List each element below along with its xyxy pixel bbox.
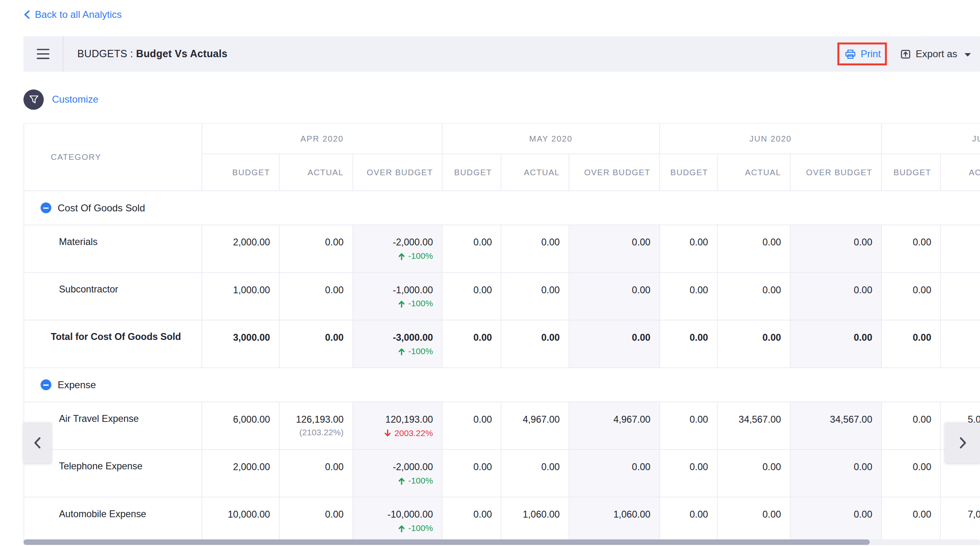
cell-value: 0.00 [664,236,708,248]
value-cell: 0.00 [659,497,717,544]
cell-value: 0.00 [446,284,492,296]
value-cell: 0.00 [882,449,940,497]
cell-value: 0.00 [664,284,708,296]
value-cell: 0.00 [279,273,353,320]
back-link-label: Back to all Analytics [35,9,122,20]
report-title-prefix: BUDGETS : [77,48,133,59]
value-cell: 0.00 [790,225,882,272]
cell-value: 7,000.00 [945,508,980,520]
cell-value: 0.00 [573,236,650,248]
value-cell: 0.00 [940,273,980,320]
cell-value: 0.00 [283,236,344,248]
cell-value: 0.00 [721,331,781,343]
printer-icon [845,49,856,60]
collapse-icon[interactable] [41,202,51,213]
cell-value: 34,567.00 [721,413,781,425]
cell-delta: -100% [357,523,433,533]
cell-delta: -100% [357,251,433,261]
column-header-actual: ACTUAL [940,154,980,191]
cell-value: 0.00 [945,331,980,343]
cell-delta-value: -100% [408,251,433,261]
value-cell: 0.00 [717,497,790,544]
value-cell: 3,000.00 [202,320,279,368]
cell-value: -1,000.00 [357,284,433,296]
value-cell: 7,000.00 [940,497,980,544]
value-cell: 120,193.002003.22% [353,402,442,449]
cell-value: 2,000.00 [206,461,270,473]
value-cell: 0.00 [501,449,569,497]
value-cell: 0.00 [569,449,660,497]
value-cell: 0.00 [940,225,980,272]
back-link[interactable]: Back to all Analytics [24,9,122,20]
row-category-cell: Automobile Expense [24,497,202,544]
value-cell: 2,000.00 [202,449,279,497]
value-cell: 0.00 [442,402,501,449]
report-table: CATEGORYAPR 2020MAY 2020JUN 2020JUL 2020… [24,123,980,545]
value-cell: 0.00 [717,449,790,497]
value-cell: 0.00 [882,497,940,544]
export-as-button[interactable]: Export as [900,48,971,60]
budget-vs-actuals-page: Back to all Analytics BUDGETS : Budget V… [0,0,980,546]
value-cell: 0.00 [717,273,790,320]
horizontal-scrollbar-thumb[interactable] [24,539,870,545]
cell-value: 0.00 [794,461,872,473]
hamburger-menu-button[interactable] [24,36,64,72]
value-cell: 34,567.00 [717,402,790,449]
value-cell: -10,000.00-100% [353,497,442,544]
arrow-down-icon [384,430,391,437]
value-cell: 10,000.00 [202,497,279,544]
category-column-header: CATEGORY [24,123,202,191]
cell-value: -3,000.00 [357,331,433,343]
cell-value: 0.00 [721,236,781,248]
chevron-right-icon [958,436,967,449]
column-header-over-budget: OVER BUDGET [353,154,442,191]
print-button[interactable]: Print [845,48,881,60]
arrow-up-icon [398,348,405,355]
scroll-left-button[interactable] [24,423,51,463]
filter-button[interactable] [24,90,44,110]
column-header-budget: BUDGET [659,154,717,191]
value-cell: 0.00 [279,449,353,497]
cell-value: 2,000.00 [206,236,270,248]
column-header-over-budget: OVER BUDGET [569,154,660,191]
report-table-viewport: CATEGORYAPR 2020MAY 2020JUN 2020JUL 2020… [24,123,980,546]
cell-value: 0.00 [446,508,492,520]
value-cell: -3,000.00-100% [353,320,442,368]
horizontal-scrollbar[interactable] [24,539,980,545]
cell-value: 0.00 [664,461,708,473]
value-cell: 0.00 [501,225,569,272]
cell-value: 0.00 [886,413,931,425]
cell-value: 0.00 [886,461,931,473]
value-cell: 0.00 [569,273,660,320]
column-header-budget: BUDGET [442,154,501,191]
collapse-icon[interactable] [41,379,51,390]
arrow-up-icon [398,477,405,485]
customize-link[interactable]: Customize [52,94,98,105]
table-row: Materials2,000.000.00-2,000.00-100%0.000… [24,225,980,272]
cell-value: 0.00 [446,413,492,425]
value-cell: 0.00 [659,402,717,449]
value-cell: 0.00 [442,225,501,272]
value-cell: 0.00 [659,225,717,272]
arrow-up-icon [398,300,405,308]
cell-value: 0.00 [721,284,781,296]
section-label: Cost Of Goods Sold [58,202,145,213]
cell-value: 0.00 [721,461,781,473]
cell-value: 0.00 [505,331,560,343]
value-cell: 0.00 [442,320,501,368]
cell-value: 0.00 [945,236,980,248]
scroll-right-button[interactable] [945,423,980,463]
value-cell: 0.00 [279,320,353,368]
cell-value: 0.00 [721,508,781,520]
column-header-actual: ACTUAL [717,154,790,191]
value-cell: 0.00 [501,320,569,368]
value-cell: 126,193.00(2103.22%) [279,402,353,449]
cell-value: 0.00 [886,236,931,248]
value-cell: -1,000.00-100% [353,273,442,320]
cell-value: 0.00 [505,236,560,248]
column-header-actual: ACTUAL [501,154,569,191]
month-header-row: CATEGORYAPR 2020MAY 2020JUN 2020JUL 2020 [24,123,980,154]
cell-delta-value: -100% [408,523,433,533]
month-group-header: MAY 2020 [442,123,660,154]
cell-value: 0.00 [886,284,931,296]
